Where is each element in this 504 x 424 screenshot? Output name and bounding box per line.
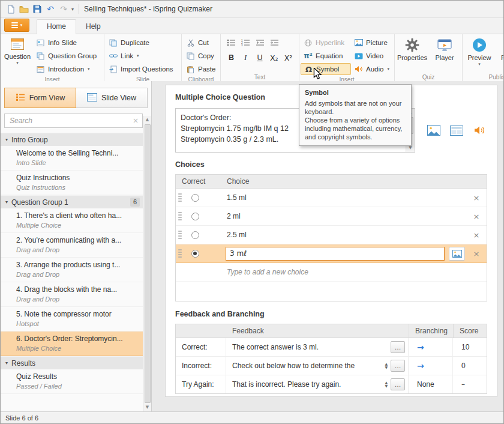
italic-button[interactable]: I: [241, 53, 250, 62]
correct-radio-selected[interactable]: [184, 250, 206, 258]
picture-button[interactable]: Picture: [351, 37, 392, 49]
branching-cell[interactable]: →: [409, 357, 453, 375]
paste-button[interactable]: Paste: [183, 63, 218, 75]
slide-item-welcome[interactable]: Welcome to the Selling Techni... Intro S…: [1, 146, 143, 171]
new-document-button[interactable]: [5, 4, 16, 14]
redo-button[interactable]: ↷: [58, 4, 69, 14]
slide-item-question-3[interactable]: 3. Arrange the products using t... Drag …: [1, 258, 143, 282]
slide-item-quiz-results[interactable]: Quiz Results Passed / Failed: [1, 369, 143, 394]
branching-cell[interactable]: None: [409, 375, 453, 393]
question-group-button[interactable]: Question Group: [33, 50, 100, 62]
choice-text[interactable]: 2.5 ml: [206, 231, 466, 239]
decrease-indent-icon[interactable]: [256, 39, 265, 48]
more-button[interactable]: …: [391, 360, 405, 372]
search-clear-icon[interactable]: ×: [133, 117, 139, 125]
feedback-text-cell[interactable]: The correct answer is 3 ml. …: [226, 338, 409, 356]
add-choice-row[interactable]: Type to add a new choice: [176, 263, 487, 282]
save-button[interactable]: [32, 4, 43, 14]
scroll-up-icon[interactable]: ▲: [146, 116, 149, 124]
drag-handle[interactable]: [176, 249, 184, 258]
scrollbar-thumb[interactable]: [145, 124, 151, 403]
hyperlink-button[interactable]: Hyperlink: [301, 37, 351, 49]
underline-button[interactable]: U: [256, 53, 265, 62]
choice-text[interactable]: 1.5 ml: [206, 193, 466, 202]
increase-indent-icon[interactable]: [270, 39, 279, 48]
more-button[interactable]: …: [391, 341, 405, 353]
branch-arrow-icon[interactable]: →: [417, 361, 424, 371]
video-button[interactable]: Video: [351, 50, 392, 62]
slide-item-question-4[interactable]: 4. Drag the blocks with the na... Drag a…: [1, 282, 143, 307]
branching-cell[interactable]: →: [409, 338, 453, 356]
spinner-control[interactable]: ▲▼: [385, 362, 388, 369]
import-questions-button[interactable]: Import Questions: [106, 63, 176, 75]
feedback-text-cell[interactable]: That is incorrect. Please try again. ▲▼ …: [226, 375, 409, 393]
delete-choice-icon[interactable]: ×: [466, 193, 487, 202]
drag-handle[interactable]: [176, 211, 184, 221]
tree-group-question-group-1[interactable]: ▾ Question Group 1 6: [1, 195, 143, 208]
search-input[interactable]: [8, 116, 133, 126]
duplicate-button[interactable]: Duplicate: [106, 37, 176, 49]
preview-button[interactable]: Preview ▾: [464, 36, 495, 67]
bold-button[interactable]: B: [227, 53, 236, 62]
numbered-list-icon[interactable]: 123: [241, 39, 250, 48]
tab-home[interactable]: Home: [37, 19, 76, 34]
undo-button[interactable]: ↶: [45, 4, 56, 14]
choice-row-selected[interactable]: ×: [176, 244, 487, 263]
info-slide-button[interactable]: Info Slide: [33, 37, 100, 49]
open-button[interactable]: [19, 4, 29, 14]
delete-choice-icon[interactable]: ×: [466, 231, 487, 240]
subscript-button[interactable]: X₂: [269, 53, 278, 62]
drag-handle[interactable]: [176, 193, 184, 202]
delete-choice-icon[interactable]: ×: [466, 212, 487, 221]
choice-row[interactable]: 2.5 ml ×: [176, 226, 487, 244]
score-cell[interactable]: –: [453, 375, 487, 393]
more-button[interactable]: …: [391, 378, 405, 390]
spinner-control[interactable]: ▲▼: [385, 381, 388, 388]
audio-button[interactable]: Audio ▾: [351, 63, 392, 75]
slide-item-question-1[interactable]: 1. There's a client who often ha... Mult…: [1, 208, 143, 233]
feedback-text[interactable]: That is incorrect. Please try again.: [232, 380, 382, 389]
app-menu-button[interactable]: ▾: [4, 19, 29, 32]
copy-button[interactable]: Copy: [183, 50, 218, 62]
correct-radio[interactable]: [184, 231, 206, 239]
correct-radio[interactable]: [184, 213, 206, 220]
slide-item-question-2[interactable]: 2. You're communicating with a... Drag a…: [1, 233, 143, 258]
feedback-text[interactable]: Check out below how to determine the: [232, 362, 382, 370]
choice-text[interactable]: 2 ml: [206, 212, 466, 220]
tab-help[interactable]: Help: [76, 20, 110, 34]
choice-row[interactable]: 1.5 ml ×: [176, 189, 487, 207]
scroll-down-icon[interactable]: ▼: [146, 404, 149, 411]
feedback-text[interactable]: The correct answer is 3 ml.: [232, 343, 388, 351]
player-button[interactable]: Player: [429, 36, 460, 61]
properties-button[interactable]: Properties: [397, 36, 428, 61]
choice-edit-input[interactable]: [226, 247, 445, 261]
add-audio-button[interactable]: [472, 123, 487, 138]
drag-handle[interactable]: [176, 230, 184, 240]
superscript-button[interactable]: X²: [284, 53, 293, 62]
introduction-button[interactable]: Introduction ▾: [33, 63, 100, 75]
equation-button[interactable]: π² Equation: [301, 50, 351, 62]
branch-arrow-icon[interactable]: →: [417, 342, 424, 352]
link-button[interactable]: Link ▾: [106, 50, 176, 62]
sidebar-scrollbar[interactable]: ▲ ▼: [143, 116, 151, 411]
score-cell[interactable]: 0: [453, 357, 487, 375]
slide-item-question-6-selected[interactable]: 6. Doctor's Order: Streptomycin... Multi…: [1, 332, 143, 356]
bullet-list-icon[interactable]: [227, 39, 236, 48]
delete-choice-icon[interactable]: ×: [466, 249, 487, 258]
form-view-button[interactable]: Form View: [4, 88, 76, 108]
choice-picture-button[interactable]: [449, 247, 465, 261]
correct-radio[interactable]: [184, 194, 206, 202]
tree-group-intro[interactable]: ▾ Intro Group: [1, 133, 143, 146]
choice-row[interactable]: 2 ml ×: [176, 207, 487, 226]
add-media-placeholder-button[interactable]: [449, 123, 464, 138]
tree-group-results[interactable]: ▾ Results: [1, 356, 143, 369]
slide-item-question-5[interactable]: 5. Note the compressor motor Hotspot: [1, 307, 143, 332]
cut-button[interactable]: Cut: [183, 37, 218, 49]
score-cell[interactable]: 10: [453, 338, 487, 356]
slide-item-quiz-instructions[interactable]: Quiz Instructions Quiz Instructions: [1, 171, 143, 195]
add-picture-button[interactable]: [426, 123, 442, 138]
feedback-text-cell[interactable]: Check out below how to determine the ▲▼ …: [226, 357, 409, 375]
quick-access-dropdown-icon[interactable]: ▾: [71, 7, 74, 12]
slide-view-button[interactable]: Slide View: [76, 88, 148, 108]
publish-button[interactable]: Publish: [496, 36, 503, 61]
